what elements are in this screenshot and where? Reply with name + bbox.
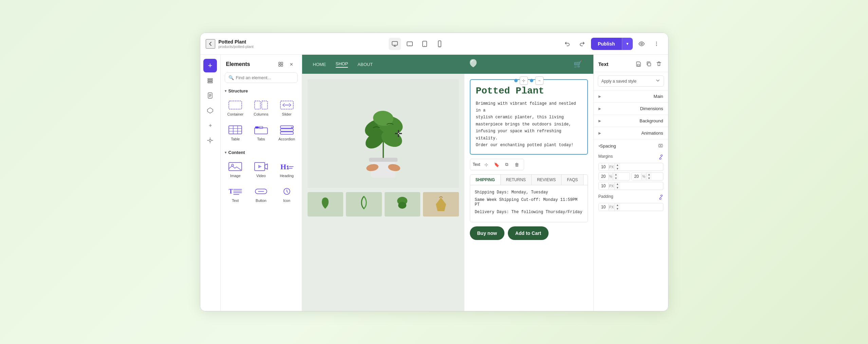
expand-panel-button[interactable] bbox=[276, 59, 285, 69]
nav-about[interactable]: ABOUT bbox=[357, 62, 373, 67]
spacing-section-label: Spacing bbox=[600, 143, 616, 149]
handle-right-btn[interactable]: → bbox=[535, 76, 543, 85]
main-section-header[interactable]: ▶ Main bbox=[594, 90, 668, 102]
element-container[interactable]: Container bbox=[223, 96, 248, 120]
elements-header-buttons: ✕ bbox=[276, 59, 296, 69]
product-title-box[interactable]: ⊹ → Potted Plant Brimming with vibrant f… bbox=[470, 79, 588, 155]
delete-icon-btn[interactable]: 🗑 bbox=[513, 160, 521, 169]
publish-dropdown-button[interactable]: ▾ bbox=[622, 38, 633, 50]
margin-top-up[interactable]: ▲ bbox=[615, 163, 620, 167]
tab-shipping[interactable]: SHIPPING bbox=[470, 175, 501, 185]
tab-returns[interactable]: RETURNS bbox=[501, 175, 532, 185]
nav-shop[interactable]: SHOP bbox=[336, 61, 348, 68]
element-columns[interactable]: Columns bbox=[249, 96, 273, 120]
copy-icon-btn[interactable]: ⧉ bbox=[503, 160, 511, 169]
padding-link-icon[interactable] bbox=[659, 195, 663, 201]
accordion-icon bbox=[279, 124, 294, 135]
thumbnail-2[interactable] bbox=[346, 192, 382, 217]
desktop-view-button[interactable] bbox=[389, 38, 401, 50]
mobile-view-button[interactable] bbox=[433, 38, 446, 50]
element-slider[interactable]: Slider bbox=[275, 96, 299, 120]
margin-bottom-up[interactable]: ▲ bbox=[615, 182, 620, 186]
top-bar: Potted Plant products/potted-plant bbox=[200, 33, 668, 55]
tablet-landscape-view-button[interactable] bbox=[404, 38, 416, 50]
spacing-section-header[interactable]: ▾ Spacing bbox=[594, 139, 668, 153]
search-input[interactable] bbox=[236, 75, 294, 80]
element-heading[interactable]: H₁ Heading bbox=[275, 158, 299, 181]
apps-button[interactable]: ✦ bbox=[203, 119, 217, 132]
element-icon[interactable]: Icon bbox=[275, 183, 299, 206]
spacing-content: Margins PX ▲ ▼ bbox=[594, 153, 668, 215]
element-table[interactable]: Table bbox=[223, 121, 248, 144]
thumbnail-3[interactable] bbox=[385, 192, 421, 217]
padding-top-down[interactable]: ▼ bbox=[615, 207, 620, 211]
margin-right-up[interactable]: ▲ bbox=[646, 173, 652, 176]
thumbnail-1[interactable] bbox=[308, 192, 344, 217]
element-text[interactable]: T Text bbox=[223, 183, 248, 206]
button-label: Button bbox=[256, 199, 266, 203]
margin-right-input[interactable] bbox=[632, 173, 641, 180]
rp-delete-button[interactable] bbox=[654, 59, 663, 68]
element-tabs[interactable]: Tabs bbox=[249, 121, 273, 144]
add-element-button[interactable]: + bbox=[203, 59, 217, 72]
undo-button[interactable] bbox=[561, 38, 573, 50]
layers-button[interactable] bbox=[203, 74, 217, 87]
nav-home[interactable]: HOME bbox=[313, 62, 326, 67]
margin-left-down[interactable]: ▼ bbox=[613, 176, 618, 180]
animations-section-header[interactable]: ▶ Animations bbox=[594, 127, 668, 139]
dimensions-section-header[interactable]: ▶ Dimensions bbox=[594, 103, 668, 115]
dimensions-section-label: Dimensions bbox=[640, 106, 663, 111]
tab-headers: SHIPPING RETURNS REVIEWS FAQS bbox=[470, 175, 588, 185]
close-elements-button[interactable]: ✕ bbox=[287, 59, 296, 69]
margin-top-down[interactable]: ▼ bbox=[615, 167, 620, 171]
padding-top-input-group: PX ▲ ▼ bbox=[598, 203, 663, 211]
move-cursor-icon: ✛ bbox=[394, 128, 402, 139]
tab-faqs[interactable]: FAQS bbox=[561, 175, 584, 185]
margin-right-down[interactable]: ▼ bbox=[646, 176, 652, 180]
more-options-button[interactable] bbox=[650, 38, 663, 50]
assets-button[interactable] bbox=[203, 104, 217, 117]
top-bar-left: Potted Plant products/potted-plant bbox=[206, 39, 274, 49]
nav-cart-icon[interactable]: 🛒 bbox=[574, 60, 582, 68]
handle-center-btn[interactable]: ⊹ bbox=[520, 76, 528, 85]
svg-point-6 bbox=[439, 46, 440, 47]
tablet-portrait-view-button[interactable] bbox=[419, 38, 431, 50]
element-accordion[interactable]: Accordion bbox=[275, 121, 299, 144]
structure-section-header[interactable]: ▾ Structure bbox=[221, 87, 302, 96]
margin-top-input[interactable] bbox=[599, 163, 608, 171]
margin-left-input[interactable] bbox=[599, 173, 608, 180]
buy-now-button[interactable]: Buy now bbox=[470, 226, 504, 240]
add-to-cart-button[interactable]: Add to Cart bbox=[508, 226, 549, 240]
margin-left-up[interactable]: ▲ bbox=[613, 173, 618, 176]
left-sidebar: + ✦ bbox=[200, 55, 221, 311]
svg-rect-61 bbox=[648, 63, 651, 66]
margin-bottom-unit: PX bbox=[608, 183, 614, 189]
tab-content: Shipping Days: Monday, Tuesday Same Week… bbox=[470, 185, 588, 222]
element-video[interactable]: Video bbox=[249, 158, 273, 181]
back-button[interactable] bbox=[206, 39, 215, 49]
move-icon-btn[interactable]: ⊹ bbox=[482, 160, 491, 169]
style-dropdown[interactable]: Apply a saved style bbox=[598, 75, 664, 87]
bookmark-icon-btn[interactable]: 🔖 bbox=[493, 160, 501, 169]
pages-button[interactable] bbox=[203, 89, 217, 102]
tab-reviews[interactable]: REVIEWS bbox=[532, 175, 561, 185]
padding-top-up[interactable]: ▲ bbox=[615, 203, 620, 207]
background-section-header[interactable]: ▶ Background bbox=[594, 115, 668, 127]
redo-button[interactable] bbox=[576, 38, 588, 50]
element-button[interactable]: Button bbox=[249, 183, 273, 206]
padding-top-input[interactable] bbox=[599, 203, 608, 211]
margins-link-icon[interactable] bbox=[659, 155, 663, 160]
svg-point-7 bbox=[641, 43, 642, 45]
preview-button[interactable] bbox=[635, 38, 648, 50]
heading-label: Heading bbox=[280, 174, 294, 178]
animations-chevron-icon: ▶ bbox=[598, 131, 601, 135]
interactions-button[interactable] bbox=[203, 134, 217, 147]
thumbnail-4[interactable] bbox=[423, 192, 459, 217]
content-section-header[interactable]: ▾ Content bbox=[221, 149, 302, 158]
rp-duplicate-button[interactable] bbox=[644, 59, 653, 68]
element-image[interactable]: Image bbox=[223, 158, 248, 181]
publish-button[interactable]: Publish bbox=[591, 38, 622, 50]
rp-save-button[interactable] bbox=[634, 59, 643, 68]
margin-bottom-input[interactable] bbox=[599, 182, 608, 190]
margin-bottom-down[interactable]: ▼ bbox=[615, 186, 620, 190]
